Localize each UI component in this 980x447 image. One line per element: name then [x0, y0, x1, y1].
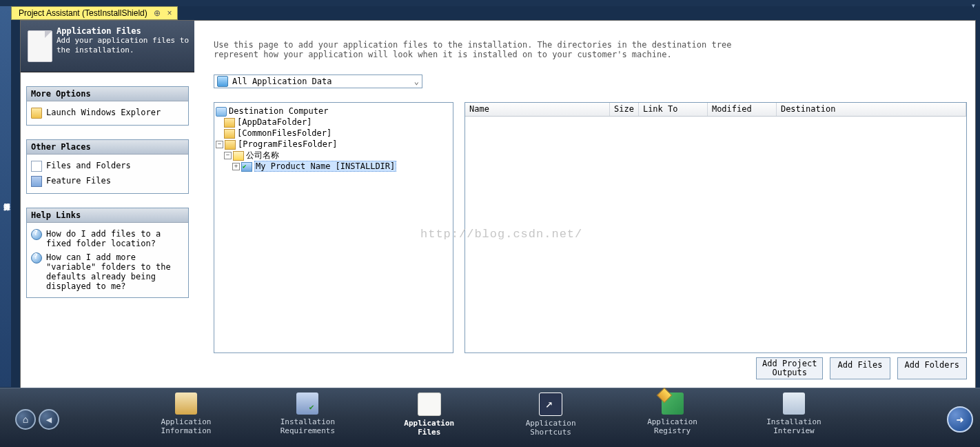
expand-icon[interactable]: +	[232, 163, 240, 170]
file-list[interactable]: Name Size Link To Modified Destination	[465, 102, 967, 353]
col-destination[interactable]: Destination	[777, 103, 966, 116]
shield-icon	[217, 76, 228, 87]
dropdown-value: All Application Data	[232, 77, 332, 86]
list-header: Name Size Link To Modified Destination	[465, 103, 966, 117]
folder-open-icon	[233, 151, 244, 161]
menu-dropdown-icon[interactable]: ▾	[971, 1, 976, 10]
files-icon	[418, 393, 441, 416]
tree-node-company[interactable]: −公司名称	[216, 150, 451, 161]
panel-other-places: Other Places Files and Folders Feature F…	[26, 139, 189, 194]
collapse-icon[interactable]: −	[224, 152, 232, 159]
panel-more-options: More Options Launch Windows Explorer	[26, 86, 189, 126]
feature-files-link[interactable]: Feature Files	[31, 174, 184, 189]
nav-install-interview[interactable]: InstallationInterview	[746, 393, 842, 437]
back-button[interactable]: ◀	[39, 409, 59, 430]
side-rail: 服务器资源管	[0, 6, 11, 387]
forward-button[interactable]: ➜	[947, 406, 973, 433]
help-icon	[31, 229, 42, 240]
interview-icon	[783, 393, 805, 415]
launch-explorer-link[interactable]: Launch Windows Explorer	[31, 106, 184, 121]
nav-app-shortcuts[interactable]: ApplicationShortcuts	[502, 393, 599, 437]
footer-nav: ⌂ ◀ ApplicationInformation InstallationR…	[0, 388, 980, 447]
add-files-button[interactable]: Add Files	[830, 357, 890, 379]
banner-title: Application Files	[57, 26, 141, 36]
panel-header: More Options	[27, 87, 188, 101]
requirements-icon	[296, 393, 318, 415]
panel-header: Other Places	[27, 140, 188, 155]
app-data-dropdown[interactable]: All Application Data ⌄	[214, 74, 422, 88]
registry-icon	[662, 393, 684, 415]
file-icon	[31, 161, 42, 172]
app-info-icon	[175, 393, 197, 415]
add-folders-button[interactable]: Add Folders	[897, 357, 967, 379]
home-button[interactable]: ⌂	[15, 409, 36, 430]
tree-node-root[interactable]: Destination Computer	[216, 106, 451, 117]
content-area: Application Files Add your application f…	[20, 20, 976, 388]
pin-icon[interactable]: ⊕	[154, 8, 161, 18]
box-icon	[31, 176, 42, 187]
tab-title: Project Assistant (TestInstallShield)	[19, 8, 147, 18]
folder-icon	[224, 129, 235, 139]
page-description: Use this page to add your application fi…	[214, 40, 731, 59]
col-modified[interactable]: Modified	[708, 103, 777, 116]
nav-app-information[interactable]: ApplicationInformation	[138, 393, 234, 437]
collapse-icon[interactable]: −	[216, 141, 223, 148]
computer-icon	[216, 107, 227, 117]
help-icon	[31, 252, 42, 264]
files-folders-link[interactable]: Files and Folders	[31, 159, 184, 174]
nav-app-registry[interactable]: ApplicationRegistry	[624, 393, 721, 437]
help-link-variable-folders[interactable]: How can I add more "variable" folders to…	[31, 250, 184, 293]
folder-icon	[225, 140, 236, 150]
panel-header: Help Links	[27, 208, 188, 223]
panel-help-links: Help Links How do I add files to a fixed…	[26, 208, 189, 298]
nav-install-requirements[interactable]: InstallationRequirements	[259, 393, 356, 437]
tree-node-appdata[interactable]: [AppDataFolder]	[216, 117, 451, 128]
shortcut-icon	[539, 393, 562, 416]
nav-app-files[interactable]: ApplicationFiles	[381, 393, 478, 437]
col-name[interactable]: Name	[465, 103, 610, 116]
chevron-down-icon: ⌄	[414, 77, 419, 86]
file-icon	[28, 30, 52, 62]
col-size[interactable]: Size	[610, 103, 639, 116]
tree-node-programfiles[interactable]: −[ProgramFilesFolder]	[216, 139, 451, 150]
main-pane: Use this page to add your application fi…	[194, 21, 975, 388]
tree-node-product[interactable]: +My Product Name [INSTALLDIR]	[216, 161, 451, 172]
close-icon[interactable]: ×	[167, 8, 172, 18]
col-link[interactable]: Link To	[639, 103, 708, 116]
tree-node-commonfiles[interactable]: [CommonFilesFolder]	[216, 128, 451, 139]
folder-icon	[31, 108, 42, 119]
folder-icon	[224, 118, 235, 128]
destination-tree[interactable]: Destination Computer [AppDataFolder] [Co…	[214, 102, 453, 353]
add-project-outputs-button[interactable]: Add ProjectOutputs	[756, 357, 823, 379]
banner: Application Files Add your application f…	[21, 21, 194, 72]
install-folder-icon	[241, 162, 252, 172]
document-tab[interactable]: Project Assistant (TestInstallShield) ⊕ …	[11, 6, 178, 20]
banner-desc: Add your application files to the instal…	[57, 36, 192, 55]
help-link-add-files[interactable]: How do I add files to a fixed folder loc…	[31, 227, 184, 250]
